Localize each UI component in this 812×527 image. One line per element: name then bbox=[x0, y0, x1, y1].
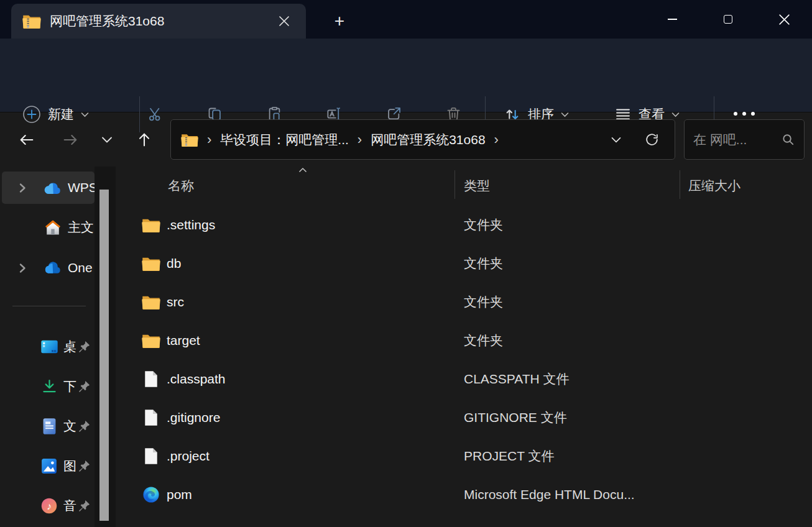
up-button[interactable] bbox=[131, 126, 158, 154]
file-row[interactable]: pom Microsoft Edge HTML Docu... bbox=[116, 475, 812, 514]
column-header-size[interactable]: 压缩大小 bbox=[688, 177, 740, 195]
sidebar-item-label: 图 bbox=[63, 457, 77, 475]
chevron-right-icon[interactable] bbox=[19, 183, 29, 193]
file-name: db bbox=[167, 256, 181, 271]
minimize-button[interactable] bbox=[644, 2, 700, 37]
address-bar-actions bbox=[611, 132, 665, 147]
arrow-right-icon bbox=[62, 131, 79, 149]
chevron-right-icon[interactable] bbox=[19, 263, 29, 273]
svg-text:♪: ♪ bbox=[47, 500, 52, 511]
sidebar-item-downloads[interactable]: 下 bbox=[2, 370, 95, 403]
new-button[interactable]: 新建 bbox=[22, 99, 89, 130]
file-row[interactable]: .classpath CLASSPATH 文件 bbox=[116, 360, 812, 398]
minimize-icon bbox=[668, 19, 677, 20]
sidebar-item-wps[interactable]: WPS bbox=[2, 172, 95, 204]
file-row[interactable]: .project PROJECT 文件 bbox=[116, 437, 812, 475]
sidebar-item-label: 音 bbox=[63, 497, 77, 515]
breadcrumb-separator: › bbox=[356, 133, 363, 147]
onedrive-cloud-icon bbox=[44, 262, 62, 274]
file-explorer-window: 网吧管理系统31o68 + 新建 bbox=[0, 0, 812, 527]
file-icon bbox=[142, 370, 160, 388]
chevron-down-icon bbox=[671, 112, 680, 117]
file-type: 文件夹 bbox=[464, 293, 503, 311]
sidebar-item-label: 文 bbox=[63, 418, 77, 435]
sidebar-separator bbox=[12, 306, 86, 306]
tab-title: 网吧管理系统31o68 bbox=[50, 12, 265, 30]
pin-icon bbox=[77, 459, 91, 473]
file-type: 文件夹 bbox=[464, 216, 503, 234]
explorer-tab[interactable]: 网吧管理系统31o68 bbox=[11, 4, 306, 39]
pin-icon bbox=[77, 419, 91, 433]
address-bar[interactable]: › 毕设项目：网吧管理... › 网吧管理系统31o68 › bbox=[170, 119, 675, 160]
pin-icon bbox=[77, 499, 91, 513]
scissors-icon bbox=[147, 106, 164, 122]
file-row[interactable]: db 文件夹 bbox=[116, 244, 812, 283]
search-box[interactable] bbox=[684, 119, 805, 160]
close-button[interactable] bbox=[756, 2, 812, 37]
refresh-icon[interactable] bbox=[644, 132, 660, 147]
edge-browser-icon bbox=[142, 486, 160, 503]
column-header-name[interactable]: 名称 bbox=[168, 177, 194, 195]
plus-circle-icon bbox=[22, 105, 41, 124]
wps-cloud-icon bbox=[44, 181, 62, 195]
arrow-up-icon bbox=[136, 131, 153, 149]
command-toolbar: 新建 bbox=[0, 39, 812, 112]
file-row[interactable]: .gitignore GITIGNORE 文件 bbox=[116, 398, 812, 437]
breadcrumb-parent[interactable]: 毕设项目：网吧管理... bbox=[220, 131, 349, 149]
address-dropdown-icon[interactable] bbox=[611, 136, 622, 144]
file-name: .classpath bbox=[167, 372, 226, 387]
file-name: pom bbox=[167, 487, 192, 502]
ellipsis-icon bbox=[734, 112, 755, 116]
maximize-button[interactable] bbox=[700, 2, 756, 37]
sidebar-item-home[interactable]: 主文 bbox=[2, 211, 95, 244]
column-header-type[interactable]: 类型 bbox=[464, 177, 490, 195]
maximize-icon bbox=[724, 15, 732, 24]
sidebar-scrollbar[interactable] bbox=[99, 190, 109, 521]
file-type: 文件夹 bbox=[464, 255, 503, 272]
file-row[interactable]: target 文件夹 bbox=[116, 321, 812, 360]
search-input[interactable] bbox=[693, 132, 776, 147]
pin-icon bbox=[77, 380, 91, 393]
file-row[interactable]: src 文件夹 bbox=[116, 283, 812, 321]
sidebar-item-label: 主文 bbox=[68, 219, 94, 236]
forward-button[interactable] bbox=[57, 126, 84, 154]
pictures-icon bbox=[40, 457, 58, 475]
folder-icon bbox=[142, 256, 160, 272]
file-icon bbox=[142, 409, 160, 426]
close-icon bbox=[778, 14, 790, 25]
sidebar-item-label: 下 bbox=[63, 378, 77, 395]
file-type: GITIGNORE 文件 bbox=[464, 409, 567, 426]
title-bar: 网吧管理系统31o68 + bbox=[0, 0, 812, 39]
window-controls bbox=[644, 0, 812, 39]
file-name: .settings bbox=[167, 218, 215, 232]
sidebar-item-music[interactable]: ♪ 音 bbox=[2, 490, 95, 522]
sidebar-item-desktop[interactable]: 桌 bbox=[2, 331, 95, 363]
column-divider[interactable] bbox=[680, 170, 680, 199]
home-icon bbox=[44, 219, 62, 236]
file-name: .gitignore bbox=[167, 410, 220, 425]
column-divider[interactable] bbox=[454, 170, 455, 199]
new-label: 新建 bbox=[48, 106, 74, 123]
breadcrumb-current[interactable]: 网吧管理系统31o68 bbox=[371, 131, 485, 149]
new-tab-button[interactable]: + bbox=[328, 9, 351, 33]
folder-icon bbox=[142, 218, 160, 233]
cut-button[interactable] bbox=[142, 100, 169, 127]
tab-close-icon[interactable] bbox=[274, 11, 295, 32]
music-icon: ♪ bbox=[40, 497, 58, 515]
chevron-down-icon bbox=[81, 112, 89, 117]
file-row[interactable]: .settings 文件夹 bbox=[116, 206, 812, 244]
download-icon bbox=[40, 378, 58, 395]
arrow-left-icon bbox=[18, 131, 35, 149]
sidebar-item-documents[interactable]: 文 bbox=[2, 410, 95, 442]
document-icon bbox=[40, 418, 58, 435]
sidebar-item-label: One bbox=[68, 260, 93, 275]
sidebar-item-label: WPS bbox=[68, 180, 95, 195]
sidebar-item-onedrive[interactable]: One bbox=[2, 252, 95, 284]
search-icon[interactable] bbox=[781, 132, 795, 147]
folder-icon bbox=[142, 295, 160, 310]
back-button[interactable] bbox=[13, 126, 40, 154]
chevron-down-icon bbox=[101, 135, 113, 144]
sidebar-item-pictures[interactable]: 图 bbox=[2, 450, 95, 482]
file-type: PROJECT 文件 bbox=[464, 447, 554, 465]
recent-locations-button[interactable] bbox=[93, 126, 121, 154]
